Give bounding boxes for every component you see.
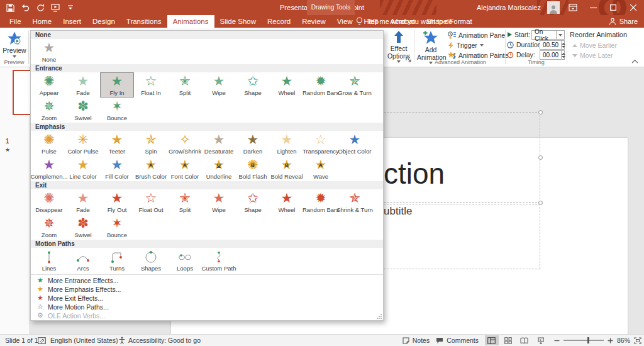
gallery-item-split[interactable]: ✭Split (168, 189, 202, 215)
gallery-item-loops[interactable]: Loops (168, 248, 202, 273)
reading-view-button[interactable] (518, 335, 531, 345)
resize-grip-icon[interactable] (377, 314, 382, 319)
slide-indicator[interactable]: Slide 1 of 1 (5, 335, 38, 346)
tab-review[interactable]: Review (296, 15, 331, 28)
tab-home[interactable]: Home (27, 15, 58, 28)
gallery-item-pulse[interactable]: ✺Pulse (32, 131, 66, 156)
gallery-item-zoom[interactable]: ✵Zoom (32, 215, 66, 240)
share-button[interactable]: Share (609, 15, 638, 28)
gallery-item-shapes[interactable]: Shapes (134, 248, 168, 273)
animation-indicator-star-icon[interactable]: ★ (5, 147, 10, 153)
gallery-item-complemen[interactable]: ★Complemen... (32, 156, 66, 181)
gallery-item-none[interactable]: ★None (32, 39, 66, 64)
gallery-item-disappear[interactable]: ✺Disappear (32, 189, 66, 215)
gallery-item-turns[interactable]: Turns (100, 248, 134, 273)
gallery-item-transparency[interactable]: ☆Transparency (304, 131, 338, 156)
gallery-item-font-color[interactable]: ★AFont Color (168, 156, 202, 181)
gallery-item-darken[interactable]: ★Darken (236, 131, 270, 156)
normal-view-button[interactable] (485, 335, 499, 345)
notes-button[interactable]: Notes (402, 335, 430, 346)
gallery-item-spin[interactable]: ✯Spin (134, 131, 168, 156)
menu-item-more-emphasis-effects[interactable]: ★More Emphasis Effects... (31, 285, 383, 294)
gallery-item-wipe[interactable]: ★Wipe (202, 189, 236, 215)
tab-transitions[interactable]: Transitions (121, 15, 167, 28)
animation-dialog-launcher-icon[interactable] (406, 57, 411, 62)
menu-item-more-entrance-effects[interactable]: ★More Entrance Effects... (31, 276, 383, 285)
gallery-item-random-bars[interactable]: ✹Random Bars (304, 189, 338, 215)
gallery-item-random-bars[interactable]: ✹Random Bars (304, 72, 338, 98)
resize-handle-middle-right[interactable] (538, 155, 543, 160)
tab-slide-show[interactable]: Slide Show (214, 15, 262, 28)
gallery-item-arcs[interactable]: Arcs (66, 248, 100, 273)
move-earlier-button[interactable]: Move Earlier (572, 42, 617, 49)
menu-item-more-motion-paths[interactable]: ☆More Motion Paths... (31, 303, 383, 311)
gallery-item-shape[interactable]: ✩Shape (236, 189, 270, 215)
slideshow-view-button[interactable] (534, 335, 548, 345)
duration-input[interactable]: 00.50 (540, 40, 565, 50)
duration-spinner[interactable] (561, 41, 565, 49)
gallery-item-split[interactable]: ✭Split (168, 72, 202, 98)
delay-spinner[interactable] (561, 51, 565, 59)
gallery-item-wave[interactable]: ★AWave (304, 156, 338, 181)
maximize-button[interactable] (606, 1, 620, 14)
gallery-item-bounce[interactable]: ✶Bounce (100, 215, 134, 240)
tab-insert[interactable]: Insert (57, 15, 87, 28)
zoom-out-icon[interactable] (554, 338, 560, 343)
gallery-item-lighten[interactable]: ★Lighten (270, 131, 304, 156)
zoom-slider[interactable] (564, 340, 604, 341)
gallery-item-swivel[interactable]: ✽Swivel (66, 215, 100, 240)
gallery-item-underline[interactable]: ★UUnderline (202, 156, 236, 181)
tab-view[interactable]: View (331, 15, 358, 28)
gallery-item-wheel[interactable]: ★Wheel (270, 189, 304, 215)
preview-button[interactable]: Preview (1, 30, 28, 58)
fit-slide-to-window-icon[interactable] (634, 337, 641, 344)
language-indicator[interactable]: English (United States) (50, 335, 118, 346)
gallery-item-fade[interactable]: ★Fade (66, 72, 100, 98)
trigger-button[interactable]: Trigger (448, 42, 484, 49)
gallery-item-zoom[interactable]: ✵Zoom (32, 98, 66, 123)
gallery-item-color-pulse[interactable]: ✳Color Pulse (66, 131, 100, 156)
tab-file[interactable]: File (4, 15, 27, 28)
animation-pane-button[interactable]: Animation Pane (448, 31, 505, 39)
gallery-item-desaturate[interactable]: ★Desaturate (202, 131, 236, 156)
delay-input[interactable]: 00.00 (540, 50, 565, 60)
resize-handle-bottom-right[interactable] (538, 201, 543, 205)
tab-animations[interactable]: Animations (167, 15, 214, 28)
gallery-item-line-color[interactable]: ★Line Color (66, 156, 100, 181)
accessibility-icon[interactable] (118, 335, 126, 346)
gallery-item-float-in[interactable]: ☆Float In (134, 72, 168, 98)
chevron-down-icon[interactable] (556, 31, 564, 39)
gallery-item-wipe[interactable]: ★Wipe (202, 72, 236, 98)
gallery-item-fade[interactable]: ★Fade (66, 189, 100, 215)
minimize-button[interactable] (586, 1, 600, 14)
ribbon-display-options-icon[interactable] (566, 1, 580, 14)
gallery-item-brush-color[interactable]: ★ABrush Color (134, 156, 168, 181)
tab-record[interactable]: Record (262, 15, 296, 28)
gallery-item-custom-path[interactable]: Custom Path (202, 248, 236, 273)
menu-item-ole-action-verbs[interactable]: ⚙OLE Action Verbs... (31, 311, 383, 320)
theme-icon[interactable] (38, 335, 46, 346)
gallery-item-shrink-turn[interactable]: ✯Shrink & Turn (338, 189, 372, 215)
zoom-level[interactable]: 86% (617, 337, 630, 344)
gallery-item-fly-in[interactable]: ★Fly In (100, 72, 134, 98)
gallery-item-shape[interactable]: ✩Shape (236, 72, 270, 98)
gallery-item-bounce[interactable]: ✶Bounce (100, 98, 134, 123)
avatar[interactable] (547, 1, 560, 14)
collapse-ribbon-icon[interactable] (631, 59, 638, 64)
gallery-item-bold-reveal[interactable]: ★BBold Reveal (270, 156, 304, 181)
tab-design[interactable]: Design (87, 15, 121, 28)
gallery-item-fly-out[interactable]: ★Fly Out (100, 189, 134, 215)
gallery-item-bold-flash[interactable]: ✺BBold Flash (236, 156, 270, 181)
menu-item-more-exit-effects[interactable]: ★More Exit Effects... (31, 294, 383, 303)
accessibility-status[interactable]: Accessibility: Good to go (128, 335, 201, 346)
gallery-item-lines[interactable]: Lines (32, 248, 66, 273)
animation-painter-button[interactable]: Animation Painter (448, 52, 511, 59)
gallery-item-teeter[interactable]: ★Teeter (100, 131, 134, 156)
gallery-item-float-out[interactable]: ☆Float Out (134, 189, 168, 215)
start-dropdown[interactable]: On Click (531, 30, 565, 40)
user-name[interactable]: Alejandra Mariscalez (477, 4, 541, 11)
close-button[interactable] (626, 1, 640, 14)
gallery-item-grow-turn[interactable]: ✯Grow & Turn (338, 72, 372, 98)
resize-handle-top-right[interactable] (538, 110, 543, 114)
gallery-item-grow-shrink[interactable]: ✧Grow/Shrink (168, 131, 202, 156)
